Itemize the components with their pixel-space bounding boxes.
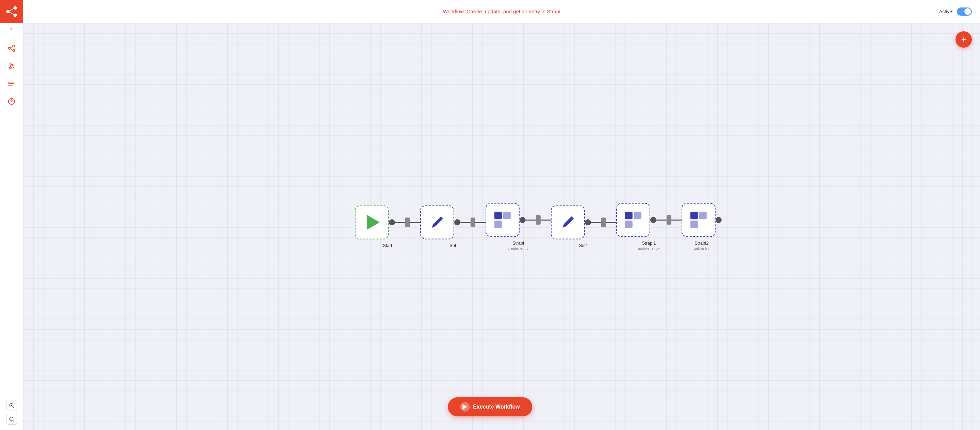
sidebar-item-workflows[interactable] [4,76,19,91]
node-group-strapi: Strapi create: entry [485,203,490,215]
svg-rect-7 [13,50,14,52]
logo[interactable] [0,0,23,23]
pen-icon-set [430,215,445,215]
node-wrapper-start [355,205,420,215]
svg-point-0 [6,10,9,13]
workflow-canvas[interactable]: Start Set [23,23,490,215]
svg-rect-5 [8,47,10,49]
header-title: Workflow: Create, update, and get an ent… [443,8,490,14]
sidebar: > [0,0,23,215]
sidebar-item-help[interactable] [4,94,19,109]
sidebar-item-credentials[interactable] [4,59,19,73]
svg-point-18 [11,103,12,103]
node-group-start: Start [355,205,420,215]
svg-point-15 [8,83,9,84]
svg-line-9 [10,49,13,51]
svg-line-4 [9,12,14,14]
sidebar-toggle[interactable]: > [0,23,23,35]
svg-point-16 [8,85,9,86]
node-set[interactable] [420,205,454,215]
node-wrapper-set [420,205,485,215]
node-start[interactable] [355,205,389,215]
svg-line-8 [10,46,13,48]
svg-point-10 [12,65,13,66]
svg-rect-6 [13,45,14,47]
workflow-nodes: Start Set [355,203,490,215]
node-group-set: Set [420,205,485,215]
svg-point-14 [8,82,9,83]
svg-point-1 [14,6,17,10]
svg-line-3 [9,8,14,11]
svg-point-2 [14,14,17,17]
sidebar-item-network[interactable] [4,41,19,56]
node-wrapper-strapi [485,203,490,215]
header: Workflow: Create, update, and get an ent… [23,0,490,23]
node-strapi[interactable] [485,203,490,215]
sidebar-nav [0,35,23,114]
